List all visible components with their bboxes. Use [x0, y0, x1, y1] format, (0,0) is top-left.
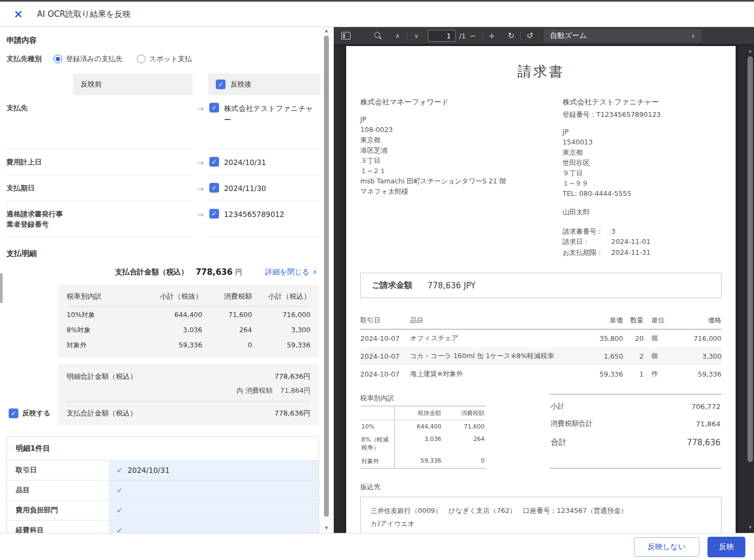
cancel-button[interactable]: 反映しない	[634, 537, 699, 557]
payee-checkbox[interactable]: ✓	[209, 103, 219, 113]
invoice-tax-breakdown: 税率別内訳 税抜金額 消費税額 10% 644,400 71,600 8%（軽減…	[360, 394, 486, 469]
invoice-summary: 小計 706,772 消費税額合計 71,864 合計 778,636	[550, 394, 722, 469]
ocr-result-panel: 申請内容 支払先種別 登録済みの支払先 スポット支払 反映前 ✓ 反映後 支払先…	[0, 27, 322, 533]
due-date-checkbox[interactable]: ✓	[209, 183, 219, 193]
left-panel-scrollbar[interactable]: ▲ ▼	[323, 27, 330, 533]
section-title-application: 申請内容	[6, 36, 320, 45]
scroll-up-arrow-icon[interactable]: ▲	[323, 29, 330, 33]
radio-registered-payee[interactable]: 登録済みの支払先	[54, 54, 123, 64]
toolbar-divider	[407, 31, 407, 40]
scrollbar-thumb[interactable]	[748, 56, 753, 462]
item-value: 2024/10/31	[128, 466, 170, 475]
included-tax-value: 71,864円	[280, 386, 310, 396]
before-value-due-date	[73, 175, 193, 201]
detail-total-label: 明細合計金額（税込）	[67, 372, 137, 381]
recipient-line: マネフォ太郎様	[360, 186, 563, 196]
invoice-item-row: 2024-10-07 オフィスチェア 35,800 20 個 716,000	[360, 330, 722, 347]
tax-cell: 644,400	[144, 307, 202, 322]
close-detail-label: 詳細を閉じる	[265, 267, 309, 277]
caret-up-icon: ∧	[313, 268, 317, 275]
page-total-label: /1	[459, 32, 466, 40]
recipient-line: JP	[360, 114, 563, 124]
item-value-cell[interactable]: ✓	[109, 521, 319, 533]
search-button[interactable]	[371, 29, 385, 43]
divider	[67, 401, 310, 402]
item-cell: 1,650	[576, 352, 623, 360]
item-cell: 件	[648, 370, 672, 379]
issuer-line: 世田谷区	[563, 157, 722, 168]
check-icon: ✓	[116, 466, 123, 475]
payee-value: 株式会社テストファニチャー	[224, 103, 318, 142]
apply-button[interactable]: 反映	[707, 537, 745, 557]
close-detail-link[interactable]: 詳細を閉じる ∧	[265, 267, 317, 277]
due-date-value: 2024/11/30	[224, 183, 266, 194]
payment-total-line: 支払合計金額（税込） 778,636 円 詳細を閉じる ∧	[6, 267, 320, 277]
after-value-payee: ✓ 株式会社テストファニチャー	[208, 95, 320, 149]
arrow-right-icon: →	[193, 95, 208, 149]
issuer-line: TEL: 080-4444-5555	[563, 188, 722, 199]
dialog-footer: 反映しない 反映	[0, 533, 754, 560]
page-number-input[interactable]	[428, 30, 456, 42]
recipient-line: 東京都	[360, 135, 563, 145]
invoice-reg-number-checkbox[interactable]: ✓	[209, 209, 219, 219]
rotate-clockwise-icon[interactable]: ↻	[504, 29, 518, 43]
items-header: 価格	[672, 316, 722, 325]
scroll-up-arrow-icon[interactable]: ▲	[746, 49, 754, 53]
items-header: 取引日	[360, 316, 410, 325]
recipient-line: ３丁目	[360, 155, 563, 166]
expense-date-checkbox[interactable]: ✓	[209, 157, 219, 167]
tax-col-header: 消費税額	[202, 292, 252, 307]
item-label: 品目	[7, 480, 109, 500]
chevron-down-icon: ∨	[691, 33, 695, 39]
bank-line: カ)アイウエオ	[371, 517, 711, 530]
item-value-cell[interactable]: ✓	[109, 480, 319, 500]
row-label-payee: 支払先	[6, 95, 73, 149]
zoom-out-button[interactable]: −	[466, 29, 480, 43]
close-icon[interactable]: ×	[14, 9, 23, 20]
tax-cell: 3,036	[144, 322, 202, 337]
arrow-right-icon: →	[193, 201, 208, 237]
row-label-expense-date: 費用計上日	[6, 149, 73, 175]
item-value-cell[interactable]: ✓	[109, 500, 319, 520]
section-title-payment-detail: 支払明細	[6, 249, 320, 259]
tax-breakdown-cell: 644,400	[395, 420, 442, 433]
item-value-cell[interactable]: ✓ 2024/10/31	[109, 460, 319, 480]
scrollbar-thumb[interactable]	[324, 36, 329, 517]
item-row-transaction-date: 取引日 ✓ 2024/10/31	[7, 460, 319, 480]
rotate-counterclockwise-icon[interactable]: ↺	[523, 29, 537, 43]
expense-date-value: 2024/10/31	[224, 157, 266, 168]
after-header-checkbox[interactable]: ✓	[216, 80, 226, 89]
scroll-down-arrow-icon[interactable]: ▼	[746, 525, 754, 530]
before-value-payee	[73, 95, 193, 149]
zoom-in-button[interactable]: +	[485, 29, 499, 43]
issuer-line: １−９９	[563, 178, 722, 188]
invoice-due-label: お支払期限：	[563, 247, 611, 258]
tax-cell: 264	[202, 322, 252, 337]
sidebar-toggle-button[interactable]	[339, 29, 353, 43]
check-icon: ✓	[116, 506, 123, 515]
tax-cell: 0	[202, 337, 252, 352]
radio-selected-icon[interactable]	[54, 55, 62, 63]
item-cell: 3,300	[672, 352, 722, 360]
zoom-mode-dropdown[interactable]: 自動ズーム ∨	[544, 29, 702, 42]
radio-spot-payment[interactable]: スポット支払	[137, 54, 192, 64]
invoice-item-row: 2024-10-07 コカ・コーラ 160ml 缶 1ケース※8%軽減税率 1,…	[360, 347, 722, 365]
toolbar-divider	[520, 31, 521, 40]
issuer-name: 株式会社テストファニチャー	[563, 97, 722, 107]
radio-unselected-icon[interactable]	[137, 55, 145, 63]
reflect-checkbox[interactable]: ✓	[9, 409, 18, 418]
pdf-scrollbar[interactable]: ▲ ▼	[746, 44, 754, 533]
scroll-down-arrow-icon[interactable]: ▼	[323, 526, 330, 530]
issuer-line: 1540013	[563, 137, 722, 147]
reflect-checkbox-row[interactable]: ✓ 反映する	[9, 409, 51, 418]
panel-resize-handle[interactable]	[0, 273, 3, 303]
tax-breakdown-box: 税率別内訳 小計（税抜） 消費税額 小計（税込） 10%対象 644,400 7…	[58, 285, 319, 358]
tax-breakdown-cell: 264	[442, 433, 486, 454]
item-detail-box: 明細1件目 取引日 ✓ 2024/10/31 品目 ✓ 費用負担部門 ✓ 経費科…	[6, 436, 319, 533]
item-cell: 20	[623, 334, 648, 342]
tax-breakdown-cell: 71,600	[442, 420, 486, 433]
previous-page-button[interactable]: ∧	[391, 29, 405, 43]
item-cell: 1	[623, 370, 648, 378]
radio-spot-payment-label: スポット支払	[149, 54, 192, 64]
next-page-button[interactable]: ∨	[409, 29, 424, 43]
